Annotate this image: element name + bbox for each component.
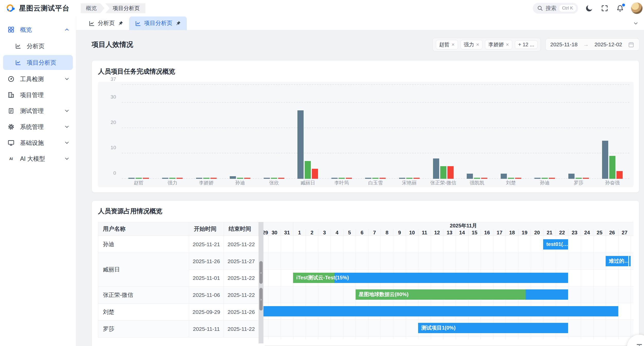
breadcrumb-item[interactable]: 概览 xyxy=(81,3,104,13)
gantt-day-13[interactable]: 13 xyxy=(443,229,456,236)
date-range-picker[interactable]: 2025-11-18 → 2025-12-02 xyxy=(545,38,639,51)
chart-bar-red[interactable] xyxy=(346,178,352,179)
chart-bar-green[interactable] xyxy=(339,178,345,179)
chart-bar-green[interactable] xyxy=(609,156,615,179)
chart-bar-slate[interactable] xyxy=(230,176,236,179)
chart-bar-group[interactable] xyxy=(528,178,562,179)
chart-bar-group[interactable] xyxy=(595,141,629,179)
chart-bar-slate[interactable] xyxy=(602,141,608,179)
splitter-collapse-left-handle[interactable]: ‹ xyxy=(259,261,263,284)
gantt-day-5[interactable]: 5 xyxy=(343,229,356,236)
chart-bar-red[interactable] xyxy=(177,178,183,179)
global-search[interactable]: 搜索 Ctrl K xyxy=(533,3,578,14)
gantt-bar-0[interactable]: test01(… xyxy=(543,239,568,250)
filter-tag-2[interactable]: 李娇娇× xyxy=(485,40,512,49)
chart-bar-group[interactable] xyxy=(156,178,190,179)
gantt-day-16[interactable]: 16 xyxy=(481,229,493,236)
gantt-bar-2[interactable]: iTest测试云-Test(15%) xyxy=(293,273,568,283)
notifications-button[interactable] xyxy=(616,4,624,13)
chart-bar-red[interactable] xyxy=(481,178,487,179)
gantt-day-3[interactable]: 3 xyxy=(318,229,331,236)
gantt-day-4[interactable]: 4 xyxy=(331,229,343,236)
chart-bar-red[interactable] xyxy=(210,178,217,179)
chart-bar-group[interactable] xyxy=(325,178,359,179)
filter-more-tag[interactable]: + 12 ... xyxy=(515,40,537,49)
chart-bar-green[interactable] xyxy=(474,178,480,179)
gantt-day-25[interactable]: 25 xyxy=(593,229,606,236)
chart-bar-green[interactable] xyxy=(406,178,412,179)
chart-bar-green[interactable] xyxy=(271,178,277,179)
chart-bar-slate[interactable] xyxy=(264,178,270,179)
gantt-day-19[interactable]: 19 xyxy=(518,229,531,236)
chart-bar-group[interactable] xyxy=(291,110,325,179)
chart-bar-group[interactable] xyxy=(359,178,393,179)
chart-bar-slate[interactable] xyxy=(568,174,575,179)
dark-mode-toggle[interactable] xyxy=(585,4,594,13)
chart-bar-slate[interactable] xyxy=(297,110,304,179)
chart-bar-green[interactable] xyxy=(542,178,548,179)
remove-tag-icon[interactable]: × xyxy=(452,42,455,48)
chart-bar-green[interactable] xyxy=(508,178,514,179)
chart-bar-group[interactable] xyxy=(257,178,291,179)
chart-bar-green[interactable] xyxy=(576,178,582,179)
gantt-day-9[interactable]: 9 xyxy=(393,229,406,236)
gantt-day-1[interactable]: 1 xyxy=(293,229,306,236)
sidebar-item-3[interactable]: 测试管理 xyxy=(3,103,73,118)
gantt-day-30[interactable]: 30 xyxy=(268,229,281,236)
sidebar-subitem-0-0[interactable]: 分析页 xyxy=(3,39,73,54)
chart-bar-red[interactable] xyxy=(143,178,149,179)
gantt-day-8[interactable]: 8 xyxy=(381,229,393,236)
chart-bar-group[interactable] xyxy=(426,158,460,179)
chart-bar-green[interactable] xyxy=(136,178,142,179)
chart-bar-group[interactable] xyxy=(494,174,528,179)
chart-bar-slate[interactable] xyxy=(467,174,473,179)
chart-bar-green[interactable] xyxy=(237,178,243,179)
chart-bar-red[interactable] xyxy=(380,178,386,179)
gantt-day-15[interactable]: 15 xyxy=(468,229,481,236)
chart-bar-red[interactable] xyxy=(616,171,623,179)
chart-bar-slate[interactable] xyxy=(128,178,135,179)
sidebar-item-1[interactable]: 工具检测 xyxy=(3,72,73,86)
tab-1[interactable]: 项目分析页 xyxy=(129,16,187,30)
chart-bar-slate[interactable] xyxy=(331,178,338,179)
filter-tag-1[interactable]: 强力× xyxy=(461,40,483,49)
chart-bar-green[interactable] xyxy=(169,178,175,179)
sidebar-item-0[interactable]: 概览 xyxy=(3,22,73,37)
pin-icon[interactable] xyxy=(118,20,123,26)
sidebar-item-5[interactable]: 基础设施 xyxy=(3,135,73,150)
chart-bar-red[interactable] xyxy=(278,178,284,179)
gantt-bar-1[interactable]: 难过的… xyxy=(606,256,631,266)
gantt-day-20[interactable]: 20 xyxy=(531,229,543,236)
gantt-grid[interactable]: test01(…难过的…iTest测试云-Test(15%)星图地球数据云(80… xyxy=(263,236,633,339)
gantt-day-14[interactable]: 14 xyxy=(456,229,468,236)
gantt-day-26[interactable]: 26 xyxy=(606,229,618,236)
chart-bar-slate[interactable] xyxy=(534,178,541,179)
gantt-day-10[interactable]: 10 xyxy=(406,229,418,236)
gantt-bar-resize-handle[interactable] xyxy=(628,256,629,266)
sidebar-item-6[interactable]: AIAI 大模型 xyxy=(3,151,73,166)
filter-tag-0[interactable]: 赵哲× xyxy=(436,40,458,49)
chart-bar-red[interactable] xyxy=(515,178,521,179)
gantt-day-7[interactable]: 7 xyxy=(368,229,381,236)
chart-bar-group[interactable] xyxy=(460,174,494,179)
breadcrumb-item[interactable]: 项目分析页 xyxy=(105,3,145,13)
chart-bar-group[interactable] xyxy=(562,174,596,179)
chart-bar-slate[interactable] xyxy=(501,174,507,179)
app-logo[interactable]: 星图云测试平台 xyxy=(4,2,69,14)
chart-bar-slate[interactable] xyxy=(365,178,371,179)
chart-bar-red[interactable] xyxy=(312,169,318,179)
gantt-splitter[interactable]: ‹ › xyxy=(259,222,263,343)
remove-tag-icon[interactable]: × xyxy=(476,42,479,48)
gantt-day-2[interactable]: 2 xyxy=(306,229,318,236)
chart-bar-red[interactable] xyxy=(244,178,250,179)
chart-bar-slate[interactable] xyxy=(162,178,168,179)
gantt-bar-5[interactable]: 测试项目1(0%) xyxy=(418,323,568,333)
user-avatar[interactable] xyxy=(631,3,642,14)
gantt-day-18[interactable]: 18 xyxy=(506,229,518,236)
gantt-bar-4[interactable] xyxy=(263,306,618,316)
chart-bar-slate[interactable] xyxy=(399,178,405,179)
gantt-day-29[interactable]: 29 xyxy=(263,229,268,236)
chart-bar-green[interactable] xyxy=(305,161,311,179)
chart-bar-green[interactable] xyxy=(372,178,378,179)
gantt-bar-3[interactable]: 星图地球数据云(80%) xyxy=(356,289,568,300)
